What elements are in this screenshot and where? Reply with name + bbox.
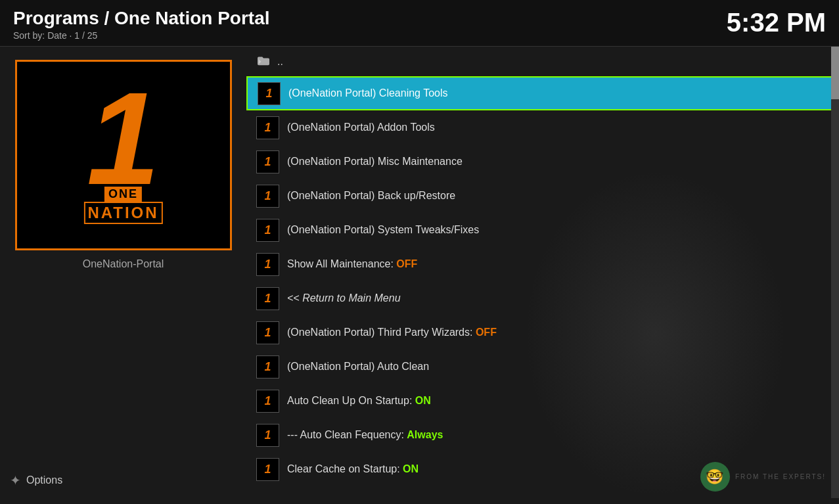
- item-icon-number: 1: [264, 428, 271, 442]
- addon-image-inner: 1 ONE NATION: [17, 62, 230, 248]
- item-icon-number: 1: [264, 189, 271, 203]
- list-back-item[interactable]: ..: [246, 47, 839, 76]
- list-item[interactable]: 1(OneNation Portal) System Tweaks/Fixes: [246, 213, 839, 247]
- watermark: 🤓 FROM THE EXPERTS!: [700, 462, 826, 492]
- header: Programs / One Nation Portal Sort by: Da…: [0, 0, 839, 47]
- item-label: --- Auto Clean Fequency: Always: [287, 429, 829, 441]
- item-label: Show All Maintenance: OFF: [287, 258, 829, 270]
- item-label: (OneNation Portal) Auto Clean: [287, 361, 829, 373]
- item-icon: 1: [256, 219, 279, 242]
- item-icon: 1: [256, 321, 279, 344]
- logo-one: ONE: [104, 187, 142, 202]
- logo-nation: NATION: [83, 202, 162, 224]
- logo-text: ONE NATION: [83, 187, 162, 224]
- list-item[interactable]: 1Auto Clean Up On Startup: ON: [246, 384, 839, 418]
- item-label: Auto Clean Up On Startup: ON: [287, 395, 829, 407]
- item-label: (OneNation Portal) Third Party Wizards: …: [287, 327, 829, 338]
- item-icon: 1: [256, 287, 279, 310]
- list-item[interactable]: 1(OneNation Portal) Back up/Restore: [246, 179, 839, 213]
- clock: 5:32 PM: [727, 8, 826, 37]
- sort-info: Sort by: Date · 1 / 25: [13, 30, 270, 41]
- list-item[interactable]: 1Show All Maintenance: OFF: [246, 247, 839, 281]
- watermark-icon: 🤓: [700, 462, 730, 492]
- onenation-logo: 1 ONE NATION: [58, 73, 189, 237]
- item-label: (OneNation Portal) Addon Tools: [287, 122, 829, 133]
- item-icon-number: 1: [264, 463, 271, 476]
- item-icon-number: 1: [264, 155, 271, 169]
- item-label: (OneNation Portal) Back up/Restore: [287, 190, 829, 202]
- item-icon: 1: [256, 116, 279, 139]
- header-left: Programs / One Nation Portal Sort by: Da…: [13, 8, 270, 41]
- item-icon: 1: [258, 82, 281, 105]
- item-status: Always: [407, 429, 443, 440]
- scrollbar-thumb[interactable]: [831, 47, 839, 99]
- back-label: ..: [277, 56, 283, 68]
- item-status: OFF: [476, 327, 497, 338]
- item-icon: 1: [256, 390, 279, 413]
- item-label: << Return to Main Menu: [287, 292, 829, 304]
- addon-thumbnail: 1 ONE NATION: [15, 60, 232, 250]
- options-label: Options: [26, 474, 62, 486]
- item-icon: 1: [256, 150, 279, 173]
- list-item[interactable]: 1--- Auto Clean Fequency: Always: [246, 418, 839, 452]
- item-icon: 1: [256, 424, 279, 447]
- item-icon: 1: [256, 253, 279, 276]
- addon-name: OneNation-Portal: [83, 258, 164, 270]
- list-item[interactable]: 1<< Return to Main Menu: [246, 281, 839, 315]
- list-item[interactable]: 1(OneNation Portal) Cleaning Tools: [246, 76, 839, 110]
- item-label: (OneNation Portal) Misc Maintenance: [287, 156, 829, 168]
- list-item[interactable]: 1(OneNation Portal) Misc Maintenance: [246, 145, 839, 179]
- list-item[interactable]: 1(OneNation Portal) Auto Clean: [246, 350, 839, 384]
- scrollbar-track[interactable]: [831, 47, 839, 498]
- item-icon-number: 1: [264, 394, 271, 408]
- item-icon-number: 1: [264, 121, 271, 135]
- item-icon-number: 1: [264, 360, 271, 374]
- logo-number-1: 1: [87, 73, 160, 204]
- item-icon-number: 1: [264, 223, 271, 237]
- item-icon-number: 1: [264, 326, 271, 340]
- item-status: ON: [403, 463, 419, 474]
- options-button[interactable]: ✦ Options: [10, 472, 62, 488]
- item-icon-number: 1: [265, 87, 272, 101]
- item-icon-number: 1: [264, 258, 271, 271]
- header-right: 5:32 PM: [727, 8, 826, 37]
- item-status: ON: [415, 395, 431, 406]
- options-icon: ✦: [10, 472, 21, 488]
- item-icon: 1: [256, 458, 279, 481]
- list-item[interactable]: 1(OneNation Portal) Third Party Wizards:…: [246, 315, 839, 350]
- item-icon: 1: [256, 185, 279, 208]
- back-folder-icon: [256, 55, 271, 69]
- list-item[interactable]: 1(OneNation Portal) Addon Tools: [246, 110, 839, 145]
- item-status: OFF: [396, 258, 417, 269]
- breadcrumb: Programs / One Nation Portal: [13, 8, 270, 29]
- item-icon: 1: [256, 355, 279, 378]
- main-content: 1 ONE NATION OneNation-Portal ✦ Options: [0, 47, 839, 498]
- item-label: (OneNation Portal) System Tweaks/Fixes: [287, 224, 829, 236]
- item-list: 1(OneNation Portal) Cleaning Tools1(OneN…: [246, 76, 839, 486]
- left-panel: 1 ONE NATION OneNation-Portal ✦ Options: [0, 47, 246, 498]
- item-label: (OneNation Portal) Cleaning Tools: [288, 87, 828, 99]
- item-icon-number: 1: [264, 292, 271, 306]
- right-panel: .. 1(OneNation Portal) Cleaning Tools1(O…: [246, 47, 839, 498]
- watermark-text: FROM THE EXPERTS!: [735, 473, 826, 480]
